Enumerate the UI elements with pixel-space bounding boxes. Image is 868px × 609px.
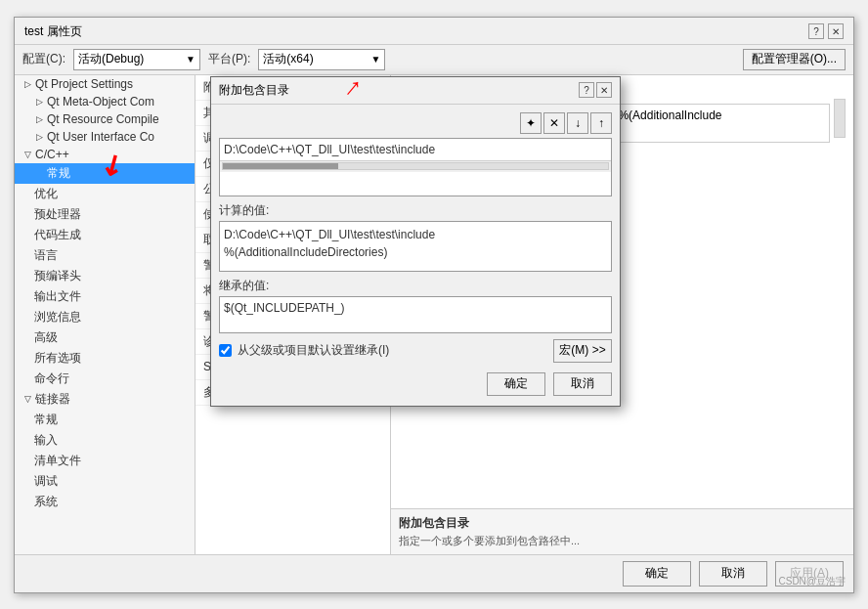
tree-label: 调试: [34, 473, 58, 490]
inner-ok-button[interactable]: 确定: [487, 372, 545, 396]
tree-item-meta[interactable]: ▷ Qt Meta-Object Com: [15, 93, 195, 110]
config-value: 活动(Debug): [78, 51, 144, 67]
tree-item-linker-system[interactable]: 系统: [15, 492, 195, 512]
tree-item-qt-settings[interactable]: ▷ Qt Project Settings: [15, 75, 195, 93]
inherit-line1: $(Qt_INCLUDEPATH_): [224, 301, 607, 315]
tree-label: 常规: [34, 412, 58, 428]
tree-label: 命令行: [34, 370, 69, 387]
tree-item-browse[interactable]: 浏览信息: [15, 307, 195, 327]
tree-label: 预处理器: [34, 206, 81, 223]
expand-icon: ▷: [34, 114, 44, 124]
inner-cancel-button[interactable]: 取消: [553, 372, 612, 396]
tree-label: 链接器: [35, 391, 70, 408]
cancel-button[interactable]: 取消: [699, 561, 767, 587]
inner-title-bar: 附加包含目录 ? ✕: [211, 77, 620, 105]
tree-item-all-options[interactable]: 所有选项: [15, 348, 195, 369]
tree-item-cpp[interactable]: ▽ C/C++: [15, 146, 195, 163]
tree-label: 高级: [34, 329, 58, 346]
inherited-value: $(Qt_INCLUDEPATH_): [219, 296, 612, 333]
scroll-track[interactable]: [222, 162, 609, 170]
inner-help-button[interactable]: ?: [579, 82, 594, 98]
checkbox-row: 从父级或项目默认设置继承(I) 宏(M) >>: [219, 339, 612, 363]
close-button[interactable]: ✕: [828, 23, 844, 39]
tree-item-cmdline[interactable]: 命令行: [15, 369, 195, 389]
down-path-button[interactable]: ↓: [567, 112, 588, 134]
action-buttons: 确定 取消 应用(A): [15, 554, 853, 592]
inner-dialog: 附加包含目录 ? ✕ ✦ ✕ ↓ ↑ D:\Code\C++\QT_Dll_UI…: [210, 76, 621, 407]
left-panel: ▷ Qt Project Settings ▷ Qt Meta-Object C…: [15, 75, 195, 554]
inner-close-button[interactable]: ✕: [596, 82, 612, 98]
config-dropdown[interactable]: 活动(Debug) ▼: [73, 49, 200, 70]
calculated-label: 计算的值:: [219, 202, 612, 219]
platform-value: 活动(x64): [263, 51, 313, 67]
tree-item-preprocessor[interactable]: 预处理器: [15, 204, 195, 225]
tree-label: Qt Meta-Object Com: [47, 95, 154, 109]
platform-arrow-icon: ▼: [370, 54, 380, 65]
tree-item-language[interactable]: 语言: [15, 245, 195, 266]
platform-label: 平台(P):: [208, 51, 250, 67]
tree-label: 代码生成: [34, 227, 81, 243]
expand-icon: ▽: [22, 150, 32, 159]
expand-icon: ▷: [34, 97, 44, 107]
tree-label: 语言: [34, 247, 58, 264]
add-path-button[interactable]: ✦: [520, 112, 542, 134]
platform-dropdown[interactable]: 活动(x64) ▼: [258, 49, 385, 70]
macro-button[interactable]: 宏(M) >>: [553, 339, 612, 363]
toolbar-row: 配置(C): 活动(Debug) ▼ 平台(P): 活动(x64) ▼ 配置管理…: [15, 45, 853, 75]
path-input-area: D:\Code\C++\QT_Dll_UI\test\test\include: [219, 138, 612, 196]
tree-item-ui[interactable]: ▷ Qt User Interface Co: [15, 128, 195, 146]
tree-label: 系统: [34, 494, 58, 510]
tree-label: 浏览信息: [34, 309, 81, 326]
tree-item-linker-manifest[interactable]: 清单文件: [15, 451, 195, 471]
tree-item-optimize[interactable]: 优化: [15, 184, 195, 204]
expand-icon: ▷: [34, 132, 44, 142]
inner-toolbar: ✦ ✕ ↓ ↑: [219, 112, 612, 134]
title-bar: test 属性页 ? ✕: [15, 18, 853, 45]
main-dialog: test 属性页 ? ✕ 配置(C): 活动(Debug) ▼ 平台(P): 活…: [14, 17, 854, 593]
calculated-value: D:\Code\C++\QT_Dll_UI\test\test\include …: [219, 221, 612, 272]
tree-item-linker-input[interactable]: 输入: [15, 430, 195, 451]
watermark: CSDN@豆浩宇: [779, 575, 846, 588]
expand-icon: ▽: [22, 394, 32, 404]
dialog-title: test 属性页: [24, 23, 82, 40]
tree-label: Qt Project Settings: [35, 77, 133, 91]
up-path-button[interactable]: ↑: [590, 112, 612, 134]
tree-item-codegen[interactable]: 代码生成: [15, 225, 195, 245]
tree-label: Qt Resource Compile: [47, 112, 159, 126]
help-button[interactable]: ?: [808, 23, 824, 39]
inner-title-controls: ? ✕: [579, 82, 612, 98]
bottom-description: 指定一个或多个要添加到包含路径中...: [399, 534, 846, 548]
config-label: 配置(C):: [22, 51, 65, 67]
tree-label: C/C++: [35, 148, 69, 161]
inherit-checkbox[interactable]: [219, 344, 232, 357]
bottom-section-title: 附加包含目录: [399, 515, 846, 532]
tree-label: 优化: [34, 186, 58, 202]
tree-item-linker[interactable]: ▽ 链接器: [15, 389, 195, 410]
inherited-label: 继承的值:: [219, 278, 612, 294]
tree-label: 预编译头: [34, 268, 81, 284]
tree-label: 所有选项: [34, 350, 81, 367]
tree-item-resource[interactable]: ▷ Qt Resource Compile: [15, 110, 195, 128]
tree-label: 常规: [47, 165, 70, 182]
tree-label: 输出文件: [34, 288, 81, 305]
tree-item-pch[interactable]: 预编译头: [15, 266, 195, 286]
tree-label: 清单文件: [34, 453, 81, 469]
inner-dialog-title: 附加包含目录: [219, 82, 289, 99]
tree-item-general[interactable]: 常规: [15, 163, 195, 184]
inner-bottom-buttons: 确定 取消: [219, 369, 612, 398]
inner-content: ✦ ✕ ↓ ↑ D:\Code\C++\QT_Dll_UI\test\test\…: [211, 105, 620, 406]
config-manager-button[interactable]: 配置管理器(O)...: [743, 49, 846, 70]
tree-item-linker-debug[interactable]: 调试: [15, 471, 195, 492]
scroll-thumb: [223, 163, 338, 169]
path-value[interactable]: D:\Code\C++\QT_Dll_UI\test\test\include: [220, 139, 611, 160]
path-scrollbar[interactable]: [220, 160, 611, 172]
calc-line1: D:\Code\C++\QT_Dll_UI\test\test\include: [224, 226, 607, 243]
tree-item-advanced[interactable]: 高级: [15, 327, 195, 348]
delete-path-button[interactable]: ✕: [543, 112, 565, 134]
ok-button[interactable]: 确定: [623, 561, 691, 587]
calc-line2: %(AdditionalIncludeDirectories): [224, 243, 607, 261]
tree-item-output[interactable]: 输出文件: [15, 286, 195, 307]
tree-item-linker-general[interactable]: 常规: [15, 410, 195, 430]
checkbox-label: 从父级或项目默认设置继承(I): [238, 342, 389, 359]
tree-label: Qt User Interface Co: [47, 130, 154, 144]
